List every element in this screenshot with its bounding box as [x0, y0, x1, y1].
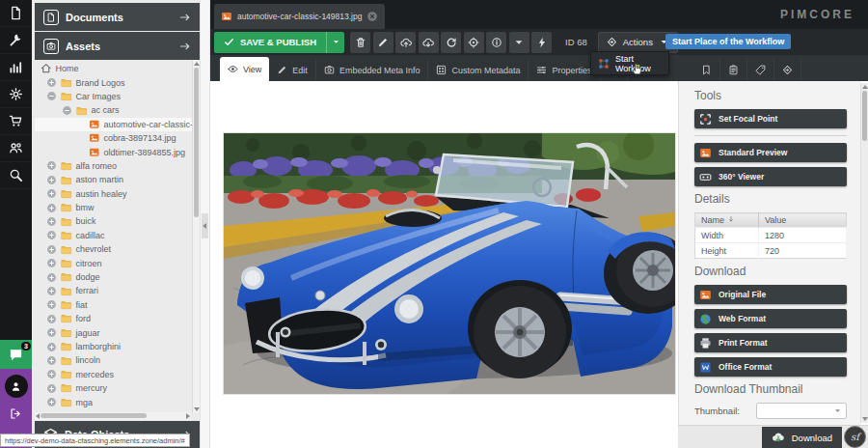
rail-customers-button[interactable] — [0, 135, 32, 162]
thumbnail-select[interactable] — [756, 403, 847, 419]
collapse-icon[interactable] — [62, 105, 72, 116]
tree-item-mercury[interactable]: mercury — [35, 381, 192, 395]
tree-item-mercedes[interactable]: mercedes — [35, 368, 192, 381]
close-tab-icon[interactable] — [366, 11, 378, 22]
tab-embedded-meta-info[interactable]: Embedded Meta Info — [316, 59, 429, 81]
expand-icon[interactable] — [46, 244, 57, 255]
rail-files-button[interactable] — [0, 0, 32, 27]
tree-item-brand-logos[interactable]: Brand Logos — [35, 75, 192, 89]
rail-settings-button[interactable] — [0, 81, 32, 108]
tree-item-austin-healey[interactable]: austin healey — [35, 187, 192, 201]
expand-icon[interactable] — [46, 314, 57, 324]
tab-custom-metadata[interactable]: Custom Metadata — [428, 59, 529, 81]
expand-icon[interactable] — [46, 383, 57, 394]
delete-button[interactable] — [350, 32, 370, 53]
logout-button[interactable] — [0, 402, 32, 425]
tab-schedule[interactable] — [720, 59, 747, 81]
tab-tags[interactable] — [747, 59, 774, 81]
symfony-profiler-badge[interactable]: sf — [844, 426, 866, 448]
web-format-button[interactable]: Web Format — [694, 309, 847, 328]
tree-item-buick[interactable]: buick — [35, 214, 192, 228]
user-profile-button[interactable] — [5, 375, 28, 398]
tree-item-ferrari[interactable]: ferrari — [35, 284, 192, 297]
office-format-button[interactable]: Office Format — [694, 357, 847, 377]
tree-item-lincoln[interactable]: lincoln — [35, 353, 192, 367]
expand-icon[interactable] — [46, 258, 57, 268]
tree-item-alfa-romeo[interactable]: alfa romeo — [35, 159, 192, 173]
expand-icon[interactable] — [46, 369, 57, 379]
rename-button[interactable] — [373, 32, 393, 53]
rail-ecommerce-button[interactable] — [0, 108, 32, 135]
rail-reports-button[interactable] — [0, 54, 32, 81]
locate-in-tree-button[interactable] — [464, 32, 484, 53]
documents-panel-header[interactable]: Documents — [35, 3, 200, 31]
save-publish-button[interactable]: SAVE & PUBLISH — [214, 32, 344, 53]
assets-panel-header[interactable]: Assets — [35, 32, 200, 60]
print-format-button[interactable]: Print Format — [694, 333, 847, 352]
tree-horizontal-scrollbar[interactable] — [35, 412, 191, 420]
more-button[interactable] — [509, 32, 529, 53]
expand-icon[interactable] — [46, 230, 57, 240]
tree-item-lamborghini[interactable]: lamborghini — [35, 340, 192, 353]
expand-arrow-icon[interactable] — [179, 12, 191, 23]
expand-icon[interactable] — [46, 342, 57, 352]
tree-item-bmw[interactable]: bmw — [35, 201, 192, 214]
tree-item-morris[interactable]: morris — [35, 409, 192, 410]
open-file-tab[interactable]: automotive-car-classic-149813.jpg — [214, 4, 385, 29]
info-button[interactable] — [486, 32, 506, 53]
tree-item-chevrolet[interactable]: chevrolet — [35, 242, 192, 256]
tree-item-aston-martin[interactable]: aston martin — [35, 173, 192, 186]
expand-icon[interactable] — [46, 272, 57, 283]
details-column-name[interactable]: Name — [695, 213, 759, 228]
tab-view[interactable]: View — [220, 57, 269, 81]
expand-arrow-icon[interactable] — [179, 41, 191, 52]
tree-item-oldtimer-3894855-jpg[interactable]: oldtimer-3894855.jpg — [35, 145, 192, 158]
expand-icon[interactable] — [46, 188, 57, 199]
panel-splitter[interactable] — [200, 0, 210, 448]
expand-icon[interactable] — [46, 175, 57, 185]
clear-thumbnails-button[interactable] — [531, 32, 552, 53]
standard-preview-button[interactable]: Standard Preview — [694, 143, 847, 162]
expand-icon[interactable] — [46, 203, 57, 213]
tree-item-citroen[interactable]: citroen — [35, 256, 192, 269]
expand-icon[interactable] — [46, 299, 57, 310]
info-panel-scrollbar[interactable] — [860, 83, 868, 423]
download-button[interactable]: Download — [762, 427, 842, 448]
expand-icon[interactable] — [46, 77, 57, 88]
tree-item-dodge[interactable]: dodge — [35, 270, 192, 284]
expand-icon[interactable] — [46, 397, 57, 407]
tree-item-ford[interactable]: ford — [35, 312, 192, 325]
upload-button[interactable] — [395, 32, 416, 53]
tree-item-ac-cars[interactable]: ac cars — [35, 103, 192, 117]
expand-icon[interactable] — [46, 160, 57, 171]
tab-edit[interactable]: Edit — [269, 59, 316, 81]
tree-item-automotive-car-classic-14[interactable]: automotive-car-classic-14 — [35, 118, 192, 131]
details-column-value[interactable]: Value — [758, 213, 846, 228]
rail-search-button[interactable] — [0, 162, 32, 189]
tree-vertical-scrollbar[interactable] — [192, 60, 200, 413]
tree-item-cobra-3897134-jpg[interactable]: cobra-3897134.jpg — [35, 131, 192, 145]
tree-item-cadillac[interactable]: cadillac — [35, 229, 192, 242]
notifications-button[interactable]: 3 — [0, 340, 32, 369]
expand-icon[interactable] — [46, 216, 57, 227]
collapse-panel-handle[interactable] — [202, 213, 208, 238]
save-options-caret[interactable] — [326, 32, 344, 53]
tab-versions[interactable] — [693, 59, 720, 81]
360-viewer-button[interactable]: 360° Viewer — [694, 167, 847, 186]
set-focal-point-button[interactable]: Set Focal Point — [694, 109, 847, 128]
tree-item-home[interactable]: Home — [35, 62, 192, 75]
start-workflow-menu-item[interactable]: Start Workflow — [590, 51, 669, 75]
expand-icon[interactable] — [46, 327, 57, 338]
reload-button[interactable] — [441, 32, 461, 53]
tree-item-mga[interactable]: mga — [35, 395, 192, 408]
download-button[interactable] — [419, 32, 439, 53]
tree-item-jaguar[interactable]: jaguar — [35, 325, 192, 339]
tree-item-fiat[interactable]: fiat — [35, 298, 192, 312]
tab-workflow[interactable] — [774, 59, 801, 81]
rail-tools-button[interactable] — [0, 27, 32, 54]
expand-icon[interactable] — [46, 286, 57, 296]
collapse-icon[interactable] — [46, 91, 57, 101]
tree-item-car-images[interactable]: Car Images — [35, 90, 192, 103]
original-file-button[interactable]: Original File — [694, 285, 847, 304]
expand-icon[interactable] — [46, 355, 57, 366]
